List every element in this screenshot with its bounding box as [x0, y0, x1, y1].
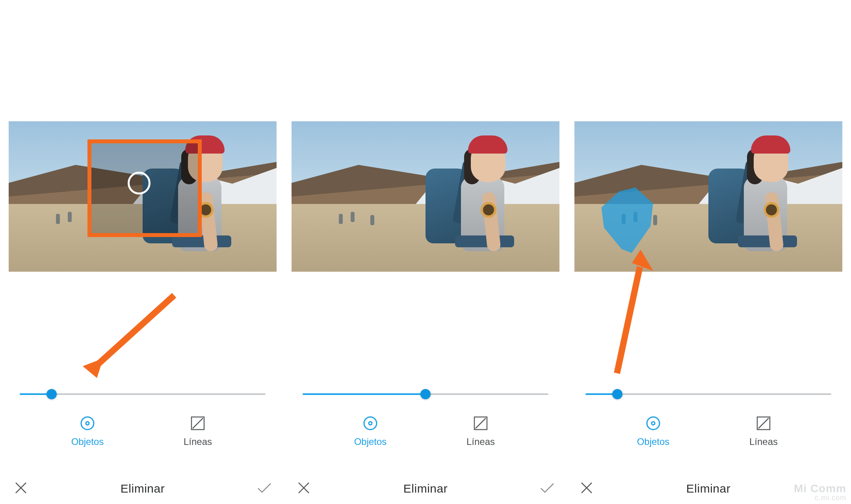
mode-title: Eliminar	[121, 482, 165, 495]
editor-panel-2: Objetos Líneas	[292, 0, 559, 504]
target-icon	[79, 415, 96, 432]
photo-preview[interactable]	[574, 121, 842, 272]
photo-preview[interactable]	[9, 121, 277, 272]
tool-selector: Objetos Líneas	[574, 415, 842, 447]
tool-label: Objetos	[637, 437, 670, 447]
close-icon	[297, 481, 310, 496]
annotation-arrow-icon	[80, 291, 182, 378]
mode-title: Eliminar	[686, 482, 730, 495]
cancel-button[interactable]	[295, 480, 313, 498]
annotation-selection-rect	[87, 139, 202, 237]
tool-objetos[interactable]: Objetos	[630, 415, 677, 447]
svg-point-2	[86, 422, 89, 425]
slider-thumb[interactable]	[46, 389, 57, 399]
tool-label: Líneas	[184, 437, 212, 447]
close-icon	[14, 481, 28, 496]
svg-line-10	[476, 418, 486, 428]
svg-point-8	[369, 422, 372, 425]
line-square-icon	[755, 415, 772, 432]
bottom-bar: Eliminar	[12, 480, 273, 498]
svg-point-7	[364, 417, 377, 430]
tool-objetos[interactable]: Objetos	[64, 415, 111, 447]
confirm-button[interactable]	[255, 480, 273, 498]
check-icon	[256, 481, 272, 496]
confirm-button[interactable]	[538, 480, 556, 498]
bottom-bar: Eliminar	[295, 480, 556, 498]
tool-lineas[interactable]: Líneas	[174, 415, 221, 447]
watermark-line1: Mi Comm	[794, 483, 846, 494]
tool-label: Objetos	[354, 437, 387, 447]
svg-point-15	[652, 422, 655, 425]
svg-point-1	[81, 417, 94, 430]
brush-size-slider[interactable]	[20, 389, 266, 399]
target-icon	[645, 415, 661, 432]
slider-fill	[303, 393, 426, 395]
slider-thumb[interactable]	[420, 389, 431, 399]
mode-title: Eliminar	[403, 482, 448, 495]
svg-line-4	[193, 418, 203, 428]
line-square-icon	[190, 415, 206, 432]
tool-label: Objetos	[71, 437, 104, 447]
tool-label: Líneas	[749, 437, 778, 447]
slider-thumb[interactable]	[612, 389, 622, 399]
photo-preview[interactable]	[292, 121, 559, 272]
editor-panel-1: Objetos Líneas	[9, 0, 277, 504]
cancel-button[interactable]	[12, 480, 30, 498]
tool-lineas[interactable]: Líneas	[457, 415, 504, 447]
target-icon	[362, 415, 379, 432]
watermark: Mi Comm c.mi.com	[794, 483, 846, 502]
watermark-line2: c.mi.com	[794, 494, 846, 502]
svg-line-0	[91, 295, 174, 370]
tool-label: Líneas	[466, 437, 495, 447]
line-square-icon	[472, 415, 489, 432]
tool-objetos[interactable]: Objetos	[347, 415, 394, 447]
editor-panel-3: Objetos Líneas	[574, 0, 842, 504]
brush-size-slider[interactable]	[585, 389, 831, 399]
cancel-button[interactable]	[578, 480, 596, 498]
tool-lineas[interactable]: Líneas	[740, 415, 787, 447]
tool-selector: Objetos Líneas	[9, 415, 277, 447]
tool-selector: Objetos Líneas	[292, 415, 559, 447]
svg-line-17	[758, 418, 769, 428]
brush-size-slider[interactable]	[303, 389, 548, 399]
svg-point-14	[647, 417, 660, 430]
close-icon	[580, 481, 593, 496]
svg-line-13	[617, 267, 640, 373]
check-icon	[539, 481, 555, 496]
panels-row: Objetos Líneas	[0, 0, 851, 504]
